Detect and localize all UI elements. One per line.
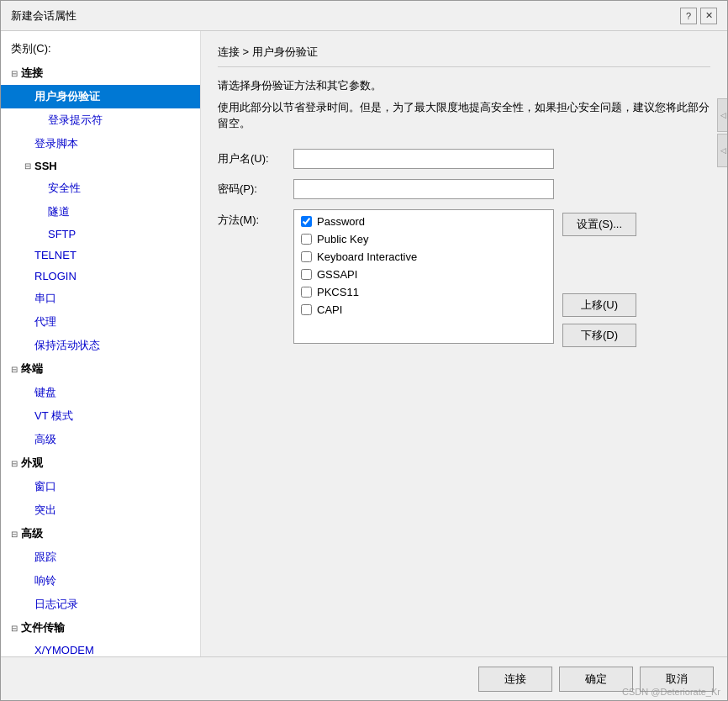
password-label: 密码(P): — [218, 182, 293, 197]
close-button[interactable]: ✕ — [700, 8, 717, 24]
tree-label-login_prompt: 登录提示符 — [48, 113, 103, 128]
title-bar: 新建会话属性 ? ✕ — [1, 1, 727, 31]
username-row: 用户名(U): — [218, 149, 710, 169]
method-item-gssapi[interactable]: GSSAPI — [301, 268, 546, 281]
tree-label-highlight: 突出 — [34, 503, 56, 518]
move-down-button[interactable]: 下移(D) — [562, 324, 636, 347]
method-item-keyboard[interactable]: Keyboard Interactive — [301, 250, 546, 263]
tree-item-security[interactable]: 安全性 — [1, 177, 200, 200]
method-checkbox-pkcs11[interactable] — [301, 287, 312, 298]
tree-item-vt_mode[interactable]: VT 模式 — [1, 404, 200, 428]
tree-label-proxy: 代理 — [34, 314, 56, 329]
right-handle-1[interactable]: ◁ — [717, 98, 727, 132]
tree-item-log[interactable]: 日志记录 — [1, 593, 200, 616]
method-label-password: Password — [317, 215, 365, 228]
method-checkbox-keyboard[interactable] — [301, 251, 312, 262]
method-list: PasswordPublic KeyKeyboard InteractiveGS… — [293, 209, 554, 344]
tree-item-serial[interactable]: 串口 — [1, 287, 200, 310]
tree-label-xymodem: X/YMODEM — [34, 644, 94, 656]
method-label: 方法(M): — [218, 209, 293, 228]
tree-label-advanced2: 高级 — [21, 526, 43, 541]
tree-label-bell: 响铃 — [34, 573, 56, 588]
tree-item-advanced[interactable]: 高级 — [1, 428, 200, 451]
tree-item-rlogin[interactable]: RLOGIN — [1, 266, 200, 287]
tree-label-rlogin: RLOGIN — [34, 270, 76, 282]
tree-label-vt_mode: VT 模式 — [34, 408, 73, 424]
tree-item-sftp[interactable]: SFTP — [1, 224, 200, 245]
tree-item-xymodem[interactable]: X/YMODEM — [1, 640, 200, 656]
tree-label-appearance: 外观 — [21, 456, 43, 471]
watermark: CSDN @Deteriorate_Kr — [622, 687, 720, 697]
username-input[interactable] — [293, 149, 554, 169]
tree-item-ssh[interactable]: ⊟SSH — [1, 155, 200, 177]
method-label-capi: CAPI — [317, 303, 342, 316]
tree-label-log: 日志记录 — [34, 597, 78, 612]
method-label-pubkey: Public Key — [317, 233, 368, 245]
bottom-bar: 连接 确定 取消 — [1, 656, 727, 700]
tree-item-login_script[interactable]: 登录脚本 — [1, 132, 200, 155]
method-checkbox-pubkey[interactable] — [301, 234, 312, 245]
tree-item-advanced2[interactable]: ⊟高级 — [1, 522, 200, 546]
tree-label-sftp: SFTP — [48, 228, 76, 240]
password-row: 密码(P): — [218, 179, 710, 199]
move-up-button[interactable]: 上移(U) — [562, 293, 636, 317]
method-label-keyboard: Keyboard Interactive — [317, 250, 417, 263]
tree-label-trace: 跟踪 — [34, 550, 56, 565]
method-checkbox-gssapi[interactable] — [301, 269, 312, 280]
tree-label-window: 窗口 — [34, 479, 56, 494]
tree-item-telnet[interactable]: TELNET — [1, 245, 200, 266]
expander-ssh: ⊟ — [21, 161, 34, 171]
method-item-pkcs11[interactable]: PKCS11 — [301, 286, 546, 298]
tree-label-keyboard: 键盘 — [34, 385, 56, 400]
tree-item-keyboard[interactable]: 键盘 — [1, 381, 200, 404]
expander-filetransfer: ⊟ — [8, 624, 21, 633]
expander-terminal: ⊟ — [8, 365, 21, 374]
method-item-password[interactable]: Password — [301, 215, 546, 228]
title-buttons: ? ✕ — [680, 8, 717, 24]
tree-label-login_script: 登录脚本 — [34, 136, 78, 151]
tree-item-window[interactable]: 窗口 — [1, 475, 200, 498]
tree-item-user_auth[interactable]: 用户身份验证 — [1, 85, 200, 108]
method-item-capi[interactable]: CAPI — [301, 303, 546, 316]
method-checkbox-capi[interactable] — [301, 304, 312, 315]
right-handle-2[interactable]: ◁ — [717, 134, 727, 167]
tree-item-trace[interactable]: 跟踪 — [1, 546, 200, 569]
tree-item-tunnel[interactable]: 隧道 — [1, 200, 200, 224]
category-label: 类别(C): — [1, 38, 200, 61]
expander-connect: ⊟ — [8, 69, 21, 78]
tree-label-connect: 连接 — [21, 66, 43, 81]
help-button[interactable]: ? — [680, 8, 697, 24]
settings-button[interactable]: 设置(S)... — [562, 213, 636, 236]
tree-item-highlight[interactable]: 突出 — [1, 498, 200, 522]
tree-item-connect[interactable]: ⊟连接 — [1, 61, 200, 85]
tree-item-terminal[interactable]: ⊟终端 — [1, 357, 200, 381]
tree-item-keepalive[interactable]: 保持活动状态 — [1, 334, 200, 357]
desc2: 使用此部分以节省登录时间。但是，为了最大限度地提高安全性，如果担心安全问题，建议… — [218, 99, 710, 132]
desc1: 请选择身份验证方法和其它参数。 — [218, 77, 710, 94]
tree-label-serial: 串口 — [34, 291, 56, 306]
right-panel: 连接 > 用户身份验证 请选择身份验证方法和其它参数。 使用此部分以节省登录时间… — [201, 31, 727, 656]
method-checkbox-password[interactable] — [301, 216, 312, 227]
username-label: 用户名(U): — [218, 151, 293, 166]
tree-item-login_prompt[interactable]: 登录提示符 — [1, 108, 200, 132]
expander-advanced2: ⊟ — [8, 530, 21, 539]
method-section: 方法(M): PasswordPublic KeyKeyboard Intera… — [218, 209, 710, 347]
method-item-pubkey[interactable]: Public Key — [301, 233, 546, 245]
tree-label-filetransfer: 文件传输 — [21, 620, 65, 635]
main-dialog: 新建会话属性 ? ✕ 类别(C): ⊟连接用户身份验证登录提示符登录脚本⊟SSH… — [0, 0, 728, 701]
dialog-title: 新建会话属性 — [11, 8, 76, 24]
tree-label-tunnel: 隧道 — [48, 204, 70, 219]
expander-appearance: ⊟ — [8, 459, 21, 468]
breadcrumb: 连接 > 用户身份验证 — [218, 45, 710, 67]
tree-item-filetransfer[interactable]: ⊟文件传输 — [1, 616, 200, 640]
tree-item-proxy[interactable]: 代理 — [1, 310, 200, 334]
tree-label-keepalive: 保持活动状态 — [34, 338, 100, 353]
tree-item-bell[interactable]: 响铃 — [1, 569, 200, 593]
tree-label-telnet: TELNET — [34, 249, 76, 261]
password-input[interactable] — [293, 179, 554, 199]
method-label-pkcs11: PKCS11 — [317, 286, 359, 298]
tree-label-advanced: 高级 — [34, 432, 56, 447]
tree-item-appearance[interactable]: ⊟外观 — [1, 451, 200, 475]
tree-label-user_auth: 用户身份验证 — [34, 89, 100, 104]
connect-button[interactable]: 连接 — [478, 667, 552, 692]
